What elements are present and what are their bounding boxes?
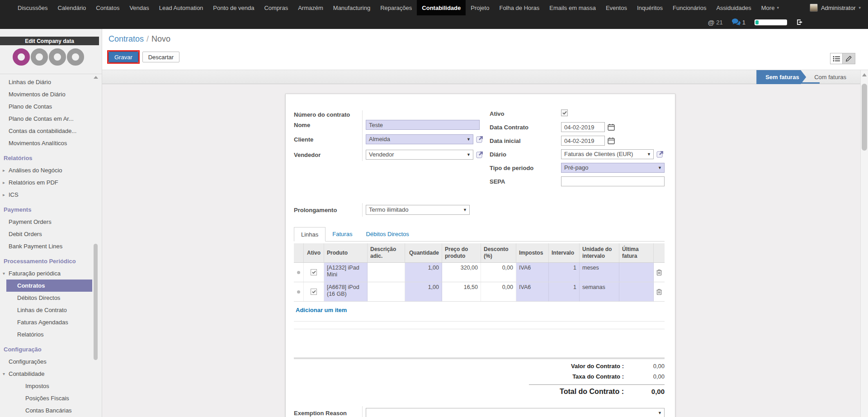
odoo-logo[interactable] — [0, 47, 102, 66]
period-type-select[interactable]: Pré-pago▼ — [561, 163, 665, 173]
client-select[interactable]: Almeida▼ — [366, 134, 473, 144]
sidebar-scroll-handle[interactable] — [94, 244, 98, 360]
sidebar-item-contas-bancarias[interactable]: Contas Bancárias — [0, 404, 102, 417]
interval-cell[interactable]: 1 — [549, 263, 580, 282]
messages-button[interactable]: 1 — [732, 19, 745, 26]
row-active-checkbox[interactable] — [311, 269, 317, 275]
last-invoice-cell[interactable] — [619, 263, 654, 282]
sidebar-item-debit-orders[interactable]: Debit Orders — [0, 228, 102, 240]
sidebar-item-contas-da-contabilidade[interactable]: Contas da contabilidade... — [0, 125, 102, 137]
sidebar-item-contratos-selected[interactable]: Contratos — [6, 280, 92, 292]
trash-icon[interactable] — [656, 269, 662, 275]
add-item-link[interactable]: Adicionar um item — [296, 307, 347, 313]
menu-item-discussoes[interactable]: Discussões — [13, 0, 52, 15]
menu-item-armazem[interactable]: Armazém — [293, 0, 328, 15]
notifications-button[interactable]: @ 21 — [708, 19, 723, 26]
menu-item-manufacturing[interactable]: Manufacturing — [328, 0, 375, 15]
main-scroll-handle[interactable] — [862, 84, 867, 151]
discount-cell[interactable]: 0,00 — [481, 282, 516, 301]
sidebar-item-relatorios-em-pdf[interactable]: Relatórios em PDF — [0, 176, 102, 189]
menu-item-inqueritos[interactable]: Inquéritos — [632, 0, 668, 15]
sidebar-item-debitos-directos[interactable]: Débitos Directos — [0, 292, 102, 304]
calendar-icon[interactable] — [608, 137, 615, 144]
sidebar-item-faturas-agendadas[interactable]: Faturas Agendadas — [0, 316, 102, 328]
last-invoice-cell[interactable] — [619, 282, 654, 301]
company-tooltip[interactable]: Edit Company data — [0, 37, 99, 45]
menu-item-calendario[interactable]: Calendário — [52, 0, 91, 15]
start-date-input[interactable] — [561, 136, 605, 146]
external-link-icon[interactable] — [476, 135, 484, 143]
list-view-button[interactable] — [830, 53, 843, 64]
price-cell[interactable]: 320,00 — [442, 263, 481, 282]
form-view-button[interactable] — [843, 53, 855, 64]
sidebar-item-movimentos-de-diario[interactable]: Movimentos de Diário — [0, 88, 102, 100]
menu-item-emails-em-massa[interactable]: Emails em massa — [544, 0, 601, 15]
menu-item-more[interactable]: More▾ — [756, 0, 784, 15]
sidebar-item-linhas-de-diario[interactable]: Linhas de Diário — [0, 76, 102, 88]
drag-handle-icon[interactable] — [297, 271, 300, 274]
sidebar-scrollbar[interactable] — [93, 74, 98, 417]
name-input[interactable] — [366, 120, 480, 130]
menu-item-folha-de-horas[interactable]: Folha de Horas — [494, 0, 544, 15]
prolongation-select[interactable]: Termo ilimitado▼ — [366, 205, 470, 215]
scroll-up-icon[interactable] — [862, 73, 867, 76]
sidebar-item-analises-do-negocio[interactable]: Análises do Negócio — [0, 164, 102, 176]
sepa-input[interactable] — [561, 176, 665, 186]
menu-item-lead-automation[interactable]: Lead Automation — [154, 0, 208, 15]
product-cell[interactable]: [A6678] iPod (16 GB) — [324, 282, 368, 301]
quantity-cell[interactable]: 1,00 — [405, 263, 442, 282]
sidebar-item-movimentos-analiticos[interactable]: Movimentos Analíticos — [0, 137, 102, 149]
sidebar-item-linhas-de-contrato[interactable]: Linhas de Contrato — [0, 304, 102, 316]
breadcrumb-link-contratos[interactable]: Contratos — [108, 34, 144, 43]
description-cell[interactable] — [368, 263, 405, 282]
trash-icon[interactable] — [656, 289, 662, 295]
row-active-checkbox[interactable] — [311, 289, 317, 295]
logout-icon[interactable] — [796, 19, 804, 26]
sidebar-item-relatorios[interactable]: Relatórios — [0, 328, 102, 341]
sidebar-item-bank-payment-lines[interactable]: Bank Payment Lines — [0, 240, 102, 252]
table-row[interactable]: [A1232] iPad Mini 1,00 320,00 0,00 IVA6 … — [294, 263, 665, 282]
menu-item-projeto[interactable]: Projeto — [466, 0, 494, 15]
description-cell[interactable] — [368, 282, 405, 301]
external-link-icon[interactable] — [656, 150, 664, 158]
menu-item-contatos[interactable]: Contatos — [91, 0, 124, 15]
discount-cell[interactable]: 0,00 — [481, 263, 516, 282]
calendar-icon[interactable] — [608, 123, 615, 131]
sidebar-item-plano-de-contas[interactable]: Plano de Contas — [0, 100, 102, 113]
menu-item-vendas[interactable]: Vendas — [124, 0, 154, 15]
tab-linhas[interactable]: Linhas — [294, 227, 326, 242]
sidebar-item-ics[interactable]: ICS — [0, 189, 102, 201]
menu-item-reparacoes[interactable]: Reparações — [375, 0, 417, 15]
sidebar-item-posicoes-fiscais[interactable]: Posições Fiscais — [0, 392, 102, 404]
sidebar-item-payment-orders[interactable]: Payment Orders — [0, 216, 102, 228]
journal-select[interactable]: Faturas de Clientes (EUR)▼ — [561, 149, 654, 159]
exemption-reason-select[interactable]: ▼ — [366, 408, 665, 417]
contract-date-input[interactable] — [561, 122, 605, 132]
salesman-select[interactable]: Vendedor▼ — [366, 150, 473, 160]
interval-unit-cell[interactable]: semanas — [580, 282, 619, 301]
active-checkbox[interactable] — [561, 109, 568, 116]
main-scrollbar[interactable] — [860, 70, 868, 417]
tab-debitos-directos[interactable]: Débitos Directos — [359, 227, 415, 241]
sidebar-item-plano-de-contas-arquivado[interactable]: Plano de Contas em Ar... — [0, 113, 102, 125]
user-menu[interactable]: Administrator ▾ — [802, 0, 868, 15]
menu-item-ponto-de-venda[interactable]: Ponto de venda — [208, 0, 259, 15]
external-link-icon[interactable] — [476, 151, 484, 158]
sidebar-item-faturacao-periodica[interactable]: Faturação periódica — [0, 267, 102, 280]
drag-handle-icon[interactable] — [297, 290, 300, 294]
tab-faturas[interactable]: Faturas — [326, 227, 359, 241]
sidebar-item-impostos[interactable]: Impostos — [0, 380, 102, 392]
menu-item-compras[interactable]: Compras — [259, 0, 293, 15]
table-row[interactable]: [A6678] iPod (16 GB) 1,00 16,50 0,00 IVA… — [294, 282, 665, 302]
price-cell[interactable]: 16,50 — [442, 282, 481, 301]
tax-cell[interactable]: IVA6 — [516, 263, 549, 282]
quantity-cell[interactable]: 1,00 — [405, 282, 442, 301]
interval-cell[interactable]: 1 — [549, 282, 580, 301]
menu-item-contabilidade-active[interactable]: Contabilidade — [417, 0, 466, 15]
tax-cell[interactable]: IVA6 — [516, 282, 549, 301]
menu-item-eventos[interactable]: Eventos — [601, 0, 632, 15]
scroll-up-icon[interactable] — [94, 76, 98, 79]
sidebar-item-configuracoes[interactable]: Configurações — [0, 355, 102, 368]
save-button[interactable]: Gravar — [108, 52, 138, 62]
sidebar-item-contabilidade[interactable]: Contabilidade — [0, 368, 102, 380]
